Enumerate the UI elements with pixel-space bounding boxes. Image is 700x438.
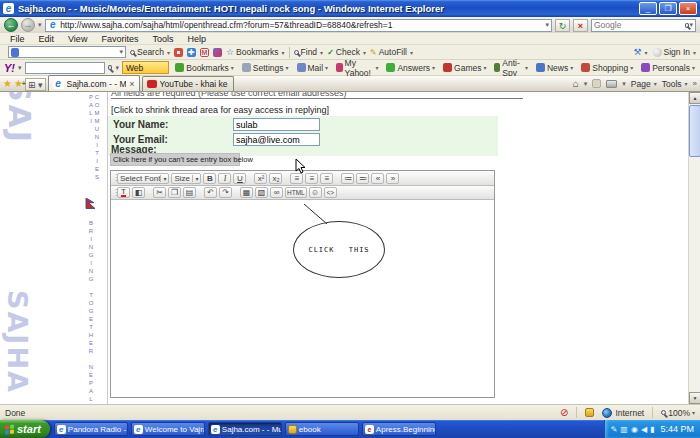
forward-button[interactable]: → [21, 18, 35, 32]
task-vajraasy[interactable]: e Welcome to Vajraasy... [131, 422, 205, 436]
yahoo-logo-dropdown-icon[interactable]: ▾ [18, 64, 22, 72]
yahoo-bookmarks-item[interactable]: Bookmarks [174, 63, 235, 73]
align-center-button[interactable]: ≡ [305, 173, 318, 184]
scrollbar-thumb[interactable] [689, 105, 700, 157]
feeds-button[interactable] [592, 79, 601, 88]
tray-language-icon[interactable]: ◀ [641, 425, 647, 434]
align-left-button[interactable]: ≡ [290, 173, 303, 184]
search-icon[interactable] [685, 23, 690, 28]
menu-item[interactable]: Tools [146, 34, 179, 44]
superscript-button[interactable]: x² [254, 173, 267, 184]
google-search-input[interactable] [21, 47, 118, 57]
chevron-icon[interactable]: » [693, 79, 697, 88]
redo-button[interactable]: ↷ [219, 187, 232, 198]
url-dropdown-icon[interactable]: ▾ [545, 21, 549, 29]
url-input[interactable] [60, 20, 543, 30]
task-apress[interactable]: e Apress.Beginning.Vis... [362, 422, 436, 436]
underline-button[interactable]: U [233, 173, 246, 184]
html-source-button[interactable]: HTML [285, 187, 307, 198]
print-dropdown-icon[interactable]: ▾ [622, 80, 626, 88]
subscript-button[interactable]: x₂ [269, 173, 282, 184]
google-bookmarks-button[interactable]: ☆Bookmarks [226, 47, 285, 57]
task-sajha[interactable]: e Sajha.com - - Music/... [208, 422, 282, 436]
bullet-list-button[interactable]: ≔ [341, 173, 354, 184]
numbered-list-button[interactable]: ≕ [356, 173, 369, 184]
autofill-button[interactable]: ✎AutoFill [370, 47, 413, 57]
task-pandora[interactable]: e Pandora Radio - Liste... [54, 422, 128, 436]
tray-battery-icon[interactable]: ▮ [650, 425, 654, 434]
yahoo-personals-item[interactable]: Personals [640, 63, 696, 73]
yahoo-shopping-item[interactable]: Shopping [580, 63, 634, 73]
indent-button[interactable]: » [386, 173, 399, 184]
tab-youtube[interactable]: e YouTube - khai ke bho × [142, 76, 234, 91]
insert-image-button[interactable]: ▧ [255, 187, 268, 198]
google-search-button[interactable]: Search [130, 47, 170, 57]
yahoo-search-icon[interactable] [108, 65, 113, 70]
scroll-down-button[interactable]: ▼ [689, 392, 700, 404]
undo-button[interactable]: ↶ [204, 187, 217, 198]
minimize-button[interactable]: _ [639, 2, 657, 15]
insert-table-button[interactable]: ▦ [240, 187, 253, 198]
page-menu-button[interactable]: Page [631, 79, 657, 89]
refresh-button[interactable]: ↻ [555, 19, 570, 32]
stop-button[interactable]: × [573, 19, 588, 32]
editor-text-area[interactable]: CLICK THIS [111, 200, 494, 397]
home-button[interactable]: ⌂ [573, 78, 579, 89]
outdent-button[interactable]: « [371, 173, 384, 184]
quick-tabs-button[interactable]: ⊞ ▾ [25, 78, 46, 91]
tray-pen-icon[interactable]: ✎ [611, 425, 618, 434]
favorites-center-icon[interactable]: ★ [3, 77, 12, 91]
name-input[interactable] [233, 118, 320, 131]
find-button[interactable]: Find [294, 47, 324, 57]
print-button[interactable] [606, 80, 617, 88]
yahoo-myyahoo-item[interactable]: My Yahoo! [335, 58, 379, 78]
yahoo-search-input[interactable] [26, 63, 104, 73]
spellcheck-button[interactable]: ✓Check [327, 47, 366, 57]
tray-volume-icon[interactable]: ◉ [631, 425, 638, 434]
tools-menu-button[interactable]: Tools [662, 79, 688, 89]
pagerank-icon[interactable] [174, 48, 183, 57]
yahoo-logo[interactable]: Y! [4, 62, 15, 74]
back-button[interactable]: ← [4, 18, 18, 32]
yahoo-settings-item[interactable]: Settings [241, 63, 290, 73]
scroll-up-button[interactable]: ▲ [689, 92, 700, 104]
start-button[interactable]: start [0, 420, 50, 438]
web-search-button[interactable]: Web Search [122, 61, 169, 74]
menu-item[interactable]: Edit [33, 34, 61, 44]
menu-item[interactable]: Favorites [95, 34, 144, 44]
phishing-filter-icon[interactable]: ⊘ [560, 407, 568, 418]
zoom-control[interactable]: 100% [661, 408, 695, 418]
add-favorite-icon[interactable]: ★ [14, 77, 23, 91]
google-search-dropdown-icon[interactable]: ▾ [119, 48, 123, 56]
emoticon-button[interactable]: ☺ [309, 187, 322, 198]
tab-sajha[interactable]: e Sajha.com - - Music/Movi... × [48, 75, 140, 91]
highlight-color-button[interactable]: ◧ [132, 187, 145, 198]
font-family-dropdown[interactable]: Select Font [117, 173, 169, 184]
copy-button[interactable]: ❐ [168, 187, 181, 198]
gmail-icon[interactable]: M [200, 48, 209, 57]
italic-button[interactable]: I [218, 173, 231, 184]
toolbar-options-button[interactable]: ⚒ [633, 47, 647, 57]
menu-item[interactable]: File [4, 34, 31, 44]
shrink-thread-link[interactable]: [Click to shrink thread area for easy ac… [111, 105, 329, 115]
bold-button[interactable]: B [203, 173, 216, 184]
font-size-dropdown[interactable]: Size [171, 173, 201, 184]
restore-button[interactable]: ❐ [659, 2, 677, 15]
sign-in-button[interactable]: Sign In [653, 47, 696, 57]
yahoo-mail-item[interactable]: Mail [296, 63, 330, 73]
yahoo-antispy-item[interactable]: Anti-Spy [493, 58, 529, 78]
search-input[interactable] [594, 20, 685, 30]
yahoo-games-item[interactable]: Games [442, 63, 487, 73]
cut-button[interactable]: ✂ [153, 187, 166, 198]
menu-item[interactable]: Help [181, 34, 212, 44]
home-dropdown-icon[interactable]: ▾ [584, 80, 588, 88]
photos-icon[interactable] [213, 48, 222, 57]
yahoo-search-dropdown-icon[interactable]: ▾ [115, 64, 119, 72]
task-ebook-folder[interactable]: e ebook [285, 422, 359, 436]
vertical-scrollbar[interactable]: ▲ ▼ [688, 92, 700, 404]
close-button[interactable]: × [679, 2, 697, 15]
menu-item[interactable]: View [62, 34, 93, 44]
yahoo-answers-item[interactable]: Answers [385, 63, 436, 73]
history-dropdown[interactable]: ▾ [38, 21, 42, 29]
insert-link-button[interactable]: ∞ [270, 187, 283, 198]
